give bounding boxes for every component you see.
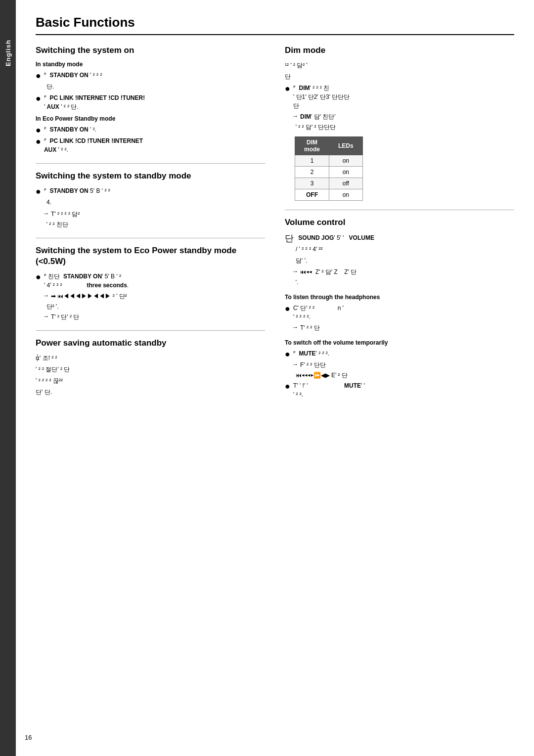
arrow-vol-2: '. — [292, 278, 514, 287]
section-switching-eco-title: Switching the system to Eco Power standb… — [36, 245, 265, 267]
bullet-dot: ● — [36, 94, 41, 103]
bullet-text: ᴾ PC LINK !INTERNET !CD !TUNER! ' AUX ' … — [44, 93, 145, 111]
arrow-text: ' ² ² 친단 — [46, 220, 68, 229]
body-text-3: ' ² ² ² ² 끊²² — [36, 376, 265, 386]
arrow-dim-2: ' ² ² 담' ² 단단단 — [292, 123, 514, 132]
arrow-symbol: → — [292, 323, 298, 331]
arrow-item-eco-1: → ➡ ⏮◀◀◀▶▶◀◀▶ ² ' 단² — [43, 292, 265, 301]
arrow-symbol — [43, 302, 44, 310]
arrow-mute-1: → F' ² ² 단단 — [292, 360, 514, 369]
sidebar-language-label: English — [4, 40, 12, 66]
arrow-symbol: → — [43, 312, 49, 320]
arrow-text: ⏮◀◀◀▶⏩◀▶ E' ² 단 — [296, 371, 348, 380]
bullet-dot: ● — [36, 137, 41, 146]
arrow-text: ⏮◀◀ Z' ² 담' Z Z' 단 — [300, 267, 356, 276]
page-title: Basic Functions — [36, 15, 514, 35]
dim-mode-val: 2 — [295, 167, 329, 178]
dim-table-header-leds: LEDs — [329, 137, 363, 155]
arrow-symbol — [292, 123, 294, 130]
sublabel-headphones: To listen through the headphones — [285, 294, 514, 301]
bullet-dot: ● — [285, 304, 290, 313]
bullet-text: ᴾ STANDBY ON 5' B ' ² ² — [44, 186, 110, 195]
leds-val: on — [329, 189, 363, 201]
section-switching-standby: Switching the system to standby mode ● ᴾ… — [36, 163, 265, 228]
page-number: 16 — [25, 734, 32, 741]
bullet-dim: ● ᴾ DIM' ² ² ² 친 ' 단1' 단2' 단3' 단단단 단 — [285, 84, 514, 110]
bullet-text: C' 단' ² ² n ' ' ² ² ² ². — [293, 304, 344, 321]
arrow-symbol — [292, 278, 294, 285]
body-text-2: ' ² ² 절단' ² 단 — [36, 365, 265, 374]
dim-table: DIMmode LEDs 1 on 2 on — [295, 136, 363, 201]
bullet-text: ᴾ 친단 STANDBY ON' 5' B ' ² ' 4' ² ² ² thr… — [44, 272, 129, 290]
dim-table-header-mode: DIMmode — [295, 137, 329, 155]
bullet-text: ᴾ DIM' ² ² ² 친 ' 단1' 단2' 단3' 단단단 단 — [293, 84, 350, 110]
arrow-item-2: ' ² ² 친단 — [43, 220, 265, 229]
dim-mode-val: 3 — [295, 178, 329, 189]
arrow-item-1: → T' ² ² ² ² 담² — [43, 210, 265, 219]
bullet-headphones: ● C' 단' ² ² n ' ' ² ² ² ². — [285, 304, 514, 321]
bullet-eco-press: ● ᴾ 친단 STANDBY ON' 5' B ' ² ' 4' ² ² ² t… — [36, 272, 265, 290]
dim-mode-val: OFF — [295, 189, 329, 201]
body-text: 단. — [46, 82, 265, 91]
arrow-dim-1: → DIM' 담' 친단' — [292, 112, 514, 121]
bullet-standby-on-eco: ● ᴾ STANDBY ON ' ². — [36, 125, 265, 134]
bullet-standby-5b: ● ᴾ STANDBY ON 5' B ' ² ² — [36, 186, 265, 196]
sublabel-standby-mode: In standby mode — [36, 61, 265, 68]
leds-val: on — [329, 167, 363, 178]
bullet-dot: ● — [36, 187, 41, 196]
arrow-symbol: → — [292, 360, 298, 368]
bullet-dot: ● — [36, 71, 41, 80]
body-text-1: ᾀ' 조! ² ² — [36, 354, 265, 363]
bullet-mute-1: ● ᴾ MUTE' ² ² ². — [285, 349, 514, 358]
table-row: 1 on — [295, 155, 363, 167]
arrow-symbol — [292, 371, 294, 378]
bullet-dot: ● — [36, 272, 41, 281]
bullet-pclink-eco: ● ᴾ PC LINK !CD !TUNER !INTERNETAUX ' ² … — [36, 136, 265, 154]
arrow-mute-2: ⏮◀◀◀▶⏩◀▶ E' ² 단 — [292, 371, 514, 380]
arrow-item-eco-2: 단² '. — [43, 302, 265, 311]
bullet-dot: ● — [285, 84, 290, 93]
arrow-symbol: → — [292, 267, 298, 275]
table-row: OFF on — [295, 189, 363, 201]
bullet-dot: ● — [285, 350, 290, 358]
bullet-text: ᴾ STANDBY ON ' ² ² ² — [44, 71, 102, 80]
section-switching-eco: Switching the system to Eco Power standb… — [36, 238, 265, 321]
bullet-dot: ● — [36, 126, 41, 134]
section-switching-on-title: Switching the system on — [36, 45, 265, 56]
section-dim-mode: Dim mode ¹² ' ² 담² ' 단 ● ᴾ DIM' ² ² ² 친 … — [285, 45, 514, 201]
sublabel-eco-power: In Eco Power Standby mode — [36, 115, 265, 122]
arrow-text: ➡ ⏮◀◀◀▶▶◀◀▶ ² ' 단² — [51, 292, 127, 301]
arrow-text: DIM' 담' 친단' — [300, 112, 336, 121]
dim-pre-text-1: ¹² ' ² 담² ' — [285, 61, 514, 70]
dim-mode-val: 1 — [295, 155, 329, 167]
dim-pre-text-2: 단 — [285, 72, 514, 82]
section-volume-control: Volume control 단 SOUND JOG' 5' ' VOLUME … — [285, 210, 514, 399]
arrow-item-eco-3: → T' ² 단' ² 단 — [43, 312, 265, 321]
arrow-text: T' ² ² ² ² 담² — [51, 210, 80, 219]
bullet-text: SOUND JOG' 5' ' VOLUME — [297, 233, 374, 242]
bullet-mute-2: ● T' ' !' ' MUTE' ' ' ² ². — [285, 381, 514, 399]
section-switching-on: Switching the system on In standby mode … — [36, 45, 265, 154]
body-text: 4. — [46, 198, 265, 207]
arrow-text: 단² '. — [46, 302, 59, 311]
arrow-headphones-1: → T' ² ² 단 — [292, 323, 514, 332]
bullet-sound-jog: 단 SOUND JOG' 5' ' VOLUME — [285, 233, 514, 243]
two-column-layout: Switching the system on In standby mode … — [36, 45, 514, 408]
bullet-text: T' ' !' ' MUTE' ' ' ² ². — [293, 381, 365, 399]
section-dim-mode-title: Dim mode — [285, 45, 514, 56]
leds-val: on — [329, 155, 363, 167]
left-column: Switching the system on In standby mode … — [36, 45, 265, 408]
section-switching-standby-title: Switching the system to standby mode — [36, 171, 265, 181]
arrow-symbol — [43, 220, 44, 227]
bullet-dot: ● — [285, 382, 290, 391]
section-power-saving-title: Power saving automatic standby — [36, 338, 265, 349]
body-text-4: 단' 단. — [36, 388, 265, 397]
leds-val: off — [329, 178, 363, 189]
body-text-vol-1: / ' ² ² ² 4' ²² — [296, 245, 514, 254]
arrow-vol-1: → ⏮◀◀ Z' ² 담' Z Z' 단 — [292, 267, 514, 276]
right-column: Dim mode ¹² ' ² 담² ' 단 ● ᴾ DIM' ² ² ² 친 … — [285, 45, 514, 408]
bullet-standby-on-1: ● ᴾ STANDBY ON ' ² ² ² — [36, 71, 265, 80]
arrow-symbol: → — [43, 292, 49, 299]
table-row: 3 off — [295, 178, 363, 189]
bullet-text: ᴾ PC LINK !CD !TUNER !INTERNETAUX ' ² ². — [44, 136, 143, 154]
